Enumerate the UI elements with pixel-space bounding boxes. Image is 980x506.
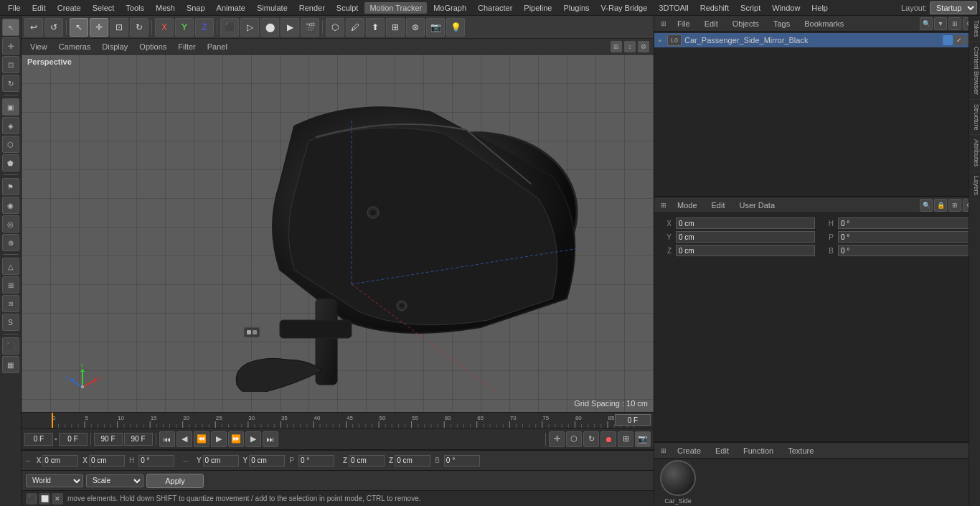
playback-frame-start[interactable] bbox=[24, 433, 53, 446]
mat-tab-edit[interactable]: Edit bbox=[710, 445, 735, 456]
menu-vray[interactable]: V-Ray Bridge bbox=[596, 2, 653, 14]
attr-expand-icon[interactable]: ⊞ bbox=[948, 199, 961, 212]
tool-mode1[interactable]: ▣ bbox=[2, 98, 19, 116]
spline-tool[interactable]: 🖊 bbox=[346, 18, 364, 37]
cloner-tool[interactable]: ⊞ bbox=[386, 18, 405, 37]
menu-3dtoall[interactable]: 3DTOAll bbox=[654, 2, 693, 14]
tool-rotate[interactable]: ↻ bbox=[2, 75, 19, 92]
rside-tab-content-browser[interactable]: Content Browser bbox=[969, 42, 980, 100]
om-tab-tags[interactable]: Tags bbox=[768, 18, 796, 29]
tool-mode11[interactable]: ⧆ bbox=[2, 295, 19, 312]
menu-file[interactable]: File bbox=[3, 2, 26, 14]
menu-mesh[interactable]: Mesh bbox=[151, 2, 180, 14]
menu-mograph[interactable]: MoGraph bbox=[428, 2, 471, 14]
vp-options-menu[interactable]: Options bbox=[135, 42, 171, 52]
timeline-frame-input[interactable] bbox=[615, 414, 651, 426]
attr-search-icon[interactable]: 🔍 bbox=[920, 199, 933, 212]
attr-tab-edit[interactable]: Edit bbox=[706, 200, 731, 211]
tool-scale[interactable]: ⊡ bbox=[2, 56, 19, 73]
attr-h-input[interactable] bbox=[838, 217, 977, 229]
playback-frame-current[interactable] bbox=[59, 433, 88, 446]
playback-frame-end1[interactable] bbox=[94, 433, 123, 446]
status-icon-1[interactable]: ⬛ bbox=[26, 493, 37, 505]
menu-motion-tracker[interactable]: Motion Tracker bbox=[364, 2, 427, 14]
coord-x-input[interactable] bbox=[42, 455, 78, 467]
undo-button[interactable]: ↩ bbox=[24, 18, 43, 37]
playback-next[interactable]: ▶ bbox=[245, 431, 261, 447]
playback-play[interactable]: ▶ bbox=[211, 431, 227, 447]
tool-mode10[interactable]: ⊞ bbox=[2, 276, 19, 294]
tool-mode6[interactable]: ◉ bbox=[2, 197, 19, 214]
attr-p-input[interactable] bbox=[838, 231, 977, 243]
tool-mode7[interactable]: ◎ bbox=[2, 215, 19, 233]
mat-item-car-side[interactable]: Car_Side bbox=[659, 460, 697, 505]
extrude-tool[interactable]: ⬆ bbox=[366, 18, 385, 37]
vp-panel-menu[interactable]: Panel bbox=[203, 42, 232, 52]
playback-frame-end2[interactable] bbox=[124, 433, 153, 446]
mat-tab-function[interactable]: Function bbox=[738, 445, 779, 456]
render-to-po[interactable]: 🎬 bbox=[301, 18, 319, 37]
select-tool[interactable]: ↖ bbox=[70, 18, 88, 37]
rside-tab-takes[interactable]: Takes bbox=[969, 16, 980, 42]
scale-tool[interactable]: ⊡ bbox=[110, 18, 128, 37]
status-icon-3[interactable]: ✕ bbox=[52, 493, 63, 505]
menu-window[interactable]: Window bbox=[767, 2, 805, 14]
tool-cursor[interactable]: ↖ bbox=[2, 19, 19, 36]
tool-mode5[interactable]: ⚑ bbox=[2, 178, 19, 195]
deformer-tool[interactable]: ⊛ bbox=[406, 18, 425, 37]
menu-simulate[interactable]: Simulate bbox=[252, 2, 293, 14]
render-view[interactable]: ▶ bbox=[281, 18, 299, 37]
playback-key[interactable]: ⬡ bbox=[566, 431, 582, 447]
menu-snap[interactable]: Snap bbox=[182, 2, 210, 14]
coord-z-input[interactable] bbox=[349, 455, 385, 467]
scale-select[interactable]: Scale bbox=[86, 474, 143, 487]
playback-last[interactable]: ⏭ bbox=[263, 431, 278, 447]
menu-character[interactable]: Character bbox=[473, 2, 517, 14]
rotate-tool[interactable]: ↻ bbox=[130, 18, 149, 37]
axis-y[interactable]: Y bbox=[175, 18, 194, 37]
render-region[interactable]: ⬤ bbox=[260, 18, 279, 37]
playback-first[interactable]: ⏮ bbox=[159, 431, 175, 447]
attr-z-pos-input[interactable] bbox=[676, 245, 815, 256]
tool-mode4[interactable]: ⬟ bbox=[2, 154, 19, 172]
viewport[interactable]: Perspective bbox=[22, 55, 654, 412]
om-filter-icon[interactable]: ▼ bbox=[934, 17, 947, 30]
om-tab-bookmarks[interactable]: Bookmarks bbox=[798, 18, 849, 29]
rside-tab-structure[interactable]: Structure bbox=[969, 100, 980, 136]
coord-p-input[interactable] bbox=[298, 455, 334, 467]
apply-button[interactable]: Apply bbox=[146, 474, 204, 488]
attr-tab-userdata[interactable]: User Data bbox=[734, 200, 781, 211]
menu-select[interactable]: Select bbox=[88, 2, 120, 14]
tool-mode3[interactable]: ⬡ bbox=[2, 136, 19, 153]
vp-display-menu[interactable]: Display bbox=[98, 42, 132, 52]
playback-record[interactable]: ⏺ bbox=[600, 431, 616, 447]
menu-tools[interactable]: Tools bbox=[121, 2, 149, 14]
vp-filter-menu[interactable]: Filter bbox=[174, 42, 199, 52]
tool-mode2[interactable]: ◈ bbox=[2, 117, 19, 134]
playback-next-fast[interactable]: ⏩ bbox=[228, 431, 244, 447]
tool-mode8[interactable]: ⊕ bbox=[2, 234, 19, 251]
axis-x[interactable]: X bbox=[155, 18, 174, 37]
redo-button[interactable]: ↺ bbox=[44, 18, 63, 37]
menu-edit[interactable]: Edit bbox=[27, 2, 51, 14]
playback-move-key[interactable]: ✛ bbox=[549, 431, 565, 447]
playback-auto-key[interactable]: ↻ bbox=[583, 431, 599, 447]
menu-pipeline[interactable]: Pipeline bbox=[519, 2, 557, 14]
vp-cameras-menu[interactable]: Cameras bbox=[55, 42, 95, 52]
mat-tab-create[interactable]: Create bbox=[672, 445, 707, 456]
obj-vis-icon[interactable]: ✓ bbox=[954, 35, 964, 45]
attr-y-pos-input[interactable] bbox=[676, 231, 815, 243]
vp-settings-icon[interactable]: ⚙ bbox=[638, 41, 649, 52]
coord-b-input[interactable] bbox=[444, 455, 480, 467]
tool-mode14[interactable]: ▦ bbox=[2, 356, 19, 373]
coord-y-input[interactable] bbox=[203, 455, 239, 467]
menu-render[interactable]: Render bbox=[294, 2, 330, 14]
material-content[interactable]: Car_Side bbox=[654, 459, 980, 506]
obj-item-mirror[interactable]: ▸ L0 Car_Passenger_Side_Mirror_Black ✓ ✓ bbox=[654, 33, 980, 47]
playback-preview[interactable]: 📷 bbox=[635, 431, 651, 447]
rside-tab-layers[interactable]: Layers bbox=[969, 172, 980, 200]
status-icon-2[interactable]: ⬜ bbox=[39, 493, 50, 505]
coord-y2-input[interactable] bbox=[249, 455, 285, 467]
playback-prev-fast[interactable]: ⏪ bbox=[194, 431, 209, 447]
light-tool[interactable]: 💡 bbox=[446, 18, 465, 37]
